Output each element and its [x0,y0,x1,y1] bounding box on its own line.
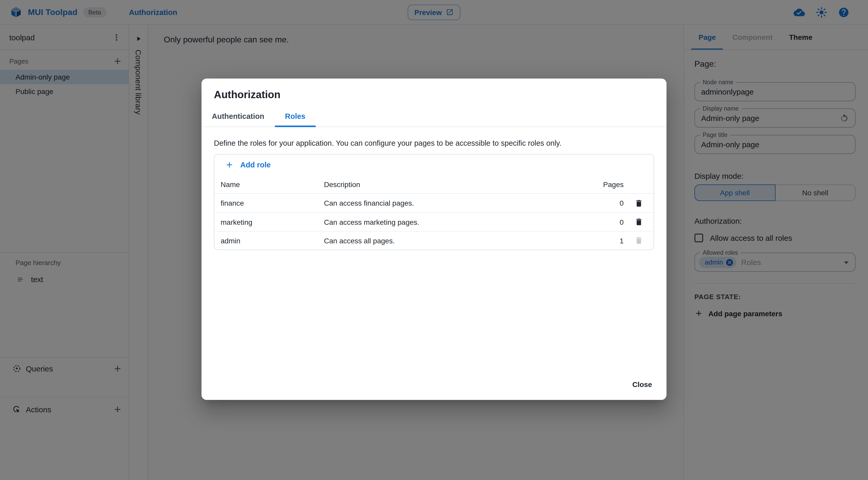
roles-table-header: Name Description Pages [214,175,654,194]
app-window: MUI Toolpad Beta Authorization Preview [0,0,868,480]
roles-table-container: Add role Name Description Pages finance … [214,154,654,250]
trash-icon [634,217,643,226]
trash-icon [634,199,643,207]
close-dialog-button[interactable]: Close [628,377,656,392]
delete-role-button[interactable] [634,217,643,226]
column-pages: Pages [592,180,624,188]
role-pages-count: 0 [592,199,624,207]
add-role-label: Add role [240,161,271,169]
role-description: Can access all pages. [324,236,592,245]
role-pages-count: 1 [592,236,624,245]
add-role-button[interactable]: Add role [214,154,654,175]
column-description: Description [324,180,592,188]
table-row-finance: finance Can access financial pages. 0 [214,194,654,212]
dialog-content: Define the roles for your application. Y… [202,127,666,371]
role-name: marketing [221,218,324,226]
table-row-admin: admin Can access all pages. 1 [214,231,654,249]
role-pages-count: 0 [592,218,624,226]
role-description: Can access financial pages. [324,199,592,207]
dialog-actions: Close [202,371,666,400]
table-row-marketing: marketing Can access marketing pages. 0 [214,212,654,231]
dialog-tabs: Authentication Roles [202,106,666,127]
role-description: Can access marketing pages. [324,218,592,226]
authorization-dialog: Authorization Authentication Roles Defin… [202,79,666,400]
tab-roles[interactable]: Roles [275,106,316,127]
column-name: Name [221,180,324,188]
role-name: admin [221,236,324,245]
tab-authentication[interactable]: Authentication [202,106,275,127]
delete-role-button-disabled [634,236,643,245]
delete-role-button[interactable] [634,199,643,207]
roles-description: Define the roles for your application. Y… [214,139,654,147]
plus-icon [225,160,234,170]
role-name: finance [221,199,324,207]
trash-icon [634,236,643,245]
dialog-title: Authorization [202,79,666,106]
